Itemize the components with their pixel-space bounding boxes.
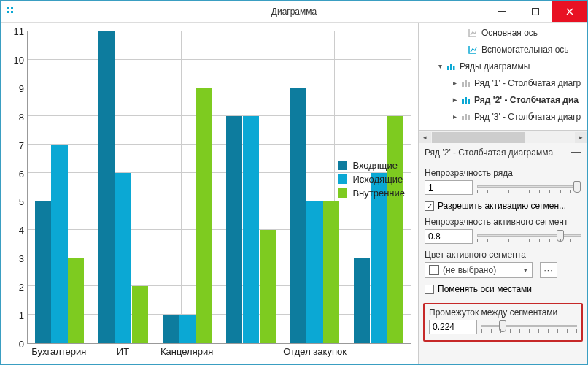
close-button[interactable] bbox=[552, 1, 587, 22]
svg-rect-14 bbox=[468, 99, 470, 104]
y-tick-label: 3 bbox=[19, 253, 24, 264]
legend-item: Исходящие bbox=[338, 174, 405, 185]
svg-rect-9 bbox=[462, 82, 464, 87]
scroll-left-icon[interactable]: ◂ bbox=[419, 132, 431, 143]
chart-bar[interactable] bbox=[387, 116, 403, 343]
tree-item[interactable]: Вспомогательная ось bbox=[419, 41, 587, 58]
swap-axes-checkbox[interactable] bbox=[425, 285, 434, 294]
svg-rect-10 bbox=[465, 80, 467, 87]
series-icon bbox=[445, 61, 457, 72]
maximize-button[interactable] bbox=[519, 1, 552, 22]
svg-rect-12 bbox=[462, 99, 464, 104]
tree-item-label: Вспомогательная ось bbox=[481, 45, 569, 55]
y-tick-label: 7 bbox=[19, 139, 24, 150]
chart-bar[interactable] bbox=[243, 116, 259, 343]
axis-gray-icon bbox=[467, 27, 479, 39]
chart-bar[interactable] bbox=[68, 258, 84, 343]
x-axis-labels: БухгалтерияИТКанцелярияОтдел закупок bbox=[27, 344, 411, 361]
gap-label: Промежуток между сегментами bbox=[429, 307, 577, 318]
minimize-button[interactable] bbox=[485, 1, 519, 22]
chart-plot[interactable]: ВходящиеИсходящиеВнутренние bbox=[27, 31, 411, 344]
chart-bar[interactable] bbox=[51, 145, 67, 343]
tree-item[interactable]: ▸Ряд '3' - Столбчатая диагр bbox=[419, 108, 587, 125]
tree-item-label: Ряд '2' - Столбчатая диа bbox=[474, 95, 579, 105]
collapse-icon[interactable] bbox=[571, 152, 581, 153]
active-opacity-label: Непрозрачность активного сегмент bbox=[425, 217, 581, 227]
tree-item-label: Ряд '1' - Столбчатая диагр bbox=[474, 78, 581, 88]
allow-activation-checkbox[interactable]: ✓ bbox=[425, 201, 434, 211]
tree-item[interactable]: ▾Ряды диаграммы bbox=[419, 58, 587, 74]
tree-item-label: Основная ось bbox=[481, 28, 538, 38]
svg-rect-1 bbox=[11, 7, 13, 9]
legend-label: Входящие bbox=[352, 160, 398, 171]
svg-rect-8 bbox=[453, 66, 455, 70]
y-tick-label: 2 bbox=[19, 282, 24, 293]
properties-panel: Основная осьВспомогательная ось▾Ряды диа… bbox=[418, 23, 587, 364]
chart-pane: 01234567891011 ВходящиеИсходящиеВнутренн… bbox=[1, 23, 418, 364]
tree-item-label: Ряды диаграммы bbox=[460, 61, 530, 72]
y-axis: 01234567891011 bbox=[8, 31, 27, 344]
y-tick-label: 11 bbox=[14, 26, 24, 37]
legend-label: Исходящие bbox=[352, 174, 403, 185]
legend-label: Внутренние bbox=[352, 188, 405, 199]
y-tick-label: 4 bbox=[19, 225, 24, 236]
active-opacity-slider[interactable] bbox=[477, 229, 581, 244]
svg-rect-4 bbox=[498, 11, 506, 12]
tree-item-label: Ряд '3' - Столбчатая диагр bbox=[474, 112, 581, 122]
x-tick-label: Канцелярия bbox=[160, 346, 213, 357]
chart-bar[interactable] bbox=[115, 173, 131, 343]
chart-bar[interactable] bbox=[98, 31, 115, 343]
expand-toggle-icon[interactable]: ▸ bbox=[449, 112, 460, 120]
chart-bar[interactable] bbox=[226, 116, 242, 343]
active-color-dropdown[interactable]: (не выбрано) ▾ bbox=[425, 262, 533, 278]
legend-item: Входящие bbox=[338, 160, 405, 171]
y-tick-label: 1 bbox=[19, 310, 24, 321]
gap-slider[interactable] bbox=[481, 320, 577, 334]
chart-bar[interactable] bbox=[290, 88, 306, 343]
bars-icon bbox=[460, 94, 471, 106]
axis-icon bbox=[467, 44, 479, 55]
chart-bar[interactable] bbox=[132, 286, 148, 343]
active-color-label: Цвет активного сегмента bbox=[425, 250, 581, 260]
tree-item[interactable]: ▸Ряд '1' - Столбчатая диагр bbox=[419, 74, 587, 91]
collapse-toggle-icon[interactable]: ▾ bbox=[435, 62, 445, 70]
series-tree[interactable]: Основная осьВспомогательная ось▾Ряды диа… bbox=[419, 23, 587, 131]
tree-item[interactable]: ▸Ряд '2' - Столбчатая диа bbox=[419, 91, 587, 108]
scroll-thumb[interactable] bbox=[432, 132, 525, 143]
tree-scrollbar[interactable]: ◂ ▸ bbox=[419, 131, 587, 143]
opacity-label: Непрозрачность ряда bbox=[425, 168, 581, 178]
app-icon bbox=[1, 1, 23, 23]
color-more-button[interactable]: ··· bbox=[540, 262, 557, 278]
chart-bar[interactable] bbox=[306, 201, 322, 343]
expand-toggle-icon[interactable]: ▸ bbox=[449, 79, 460, 87]
y-tick-label: 10 bbox=[14, 54, 24, 65]
legend-swatch-icon bbox=[338, 174, 347, 184]
scroll-right-icon[interactable]: ▸ bbox=[575, 132, 587, 143]
y-tick-label: 9 bbox=[19, 82, 24, 93]
allow-activation-label: Разрешить активацию сегмен... bbox=[438, 201, 566, 211]
chart-bar[interactable] bbox=[354, 258, 370, 343]
swap-axes-label: Поменять оси местами bbox=[438, 284, 532, 294]
tree-item[interactable]: Основная ось bbox=[419, 24, 587, 41]
svg-rect-6 bbox=[447, 66, 449, 70]
active-opacity-input[interactable] bbox=[425, 229, 473, 244]
legend-swatch-icon bbox=[338, 188, 347, 198]
svg-rect-15 bbox=[462, 116, 464, 120]
chart-bar[interactable] bbox=[323, 201, 339, 343]
titlebar: Диаграмма bbox=[1, 1, 587, 23]
chart-legend: ВходящиеИсходящиеВнутренние bbox=[338, 160, 405, 201]
chart-bar[interactable] bbox=[179, 315, 195, 343]
props-header: Ряд '2' - Столбчатая диаграмма bbox=[425, 147, 553, 158]
chart-bar[interactable] bbox=[196, 88, 212, 343]
legend-swatch-icon bbox=[338, 161, 347, 170]
chart-bar[interactable] bbox=[163, 315, 179, 343]
x-tick-label: ИТ bbox=[117, 346, 129, 357]
x-tick-label: Отдел закупок bbox=[283, 346, 347, 357]
chart-bar[interactable] bbox=[35, 201, 51, 343]
opacity-input[interactable] bbox=[425, 180, 473, 195]
expand-toggle-icon[interactable]: ▸ bbox=[449, 96, 460, 104]
svg-rect-11 bbox=[468, 82, 470, 87]
gap-input[interactable] bbox=[429, 320, 477, 334]
opacity-slider[interactable] bbox=[477, 180, 581, 195]
chart-bar[interactable] bbox=[260, 230, 276, 343]
